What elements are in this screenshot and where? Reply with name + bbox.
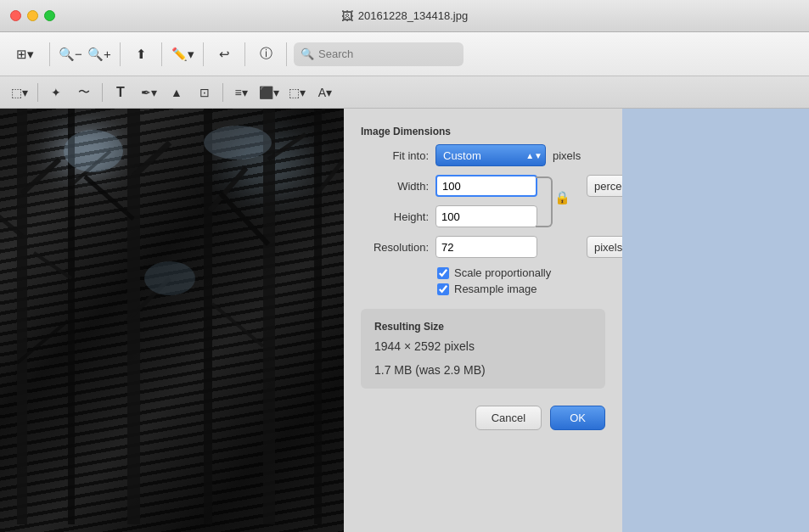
resample-image-label: Resample image xyxy=(454,283,537,295)
svg-line-12 xyxy=(221,193,268,244)
settings-panel: Image Dimensions Fit into: Custom Actual… xyxy=(344,109,622,532)
search-bar[interactable]: 🔍 xyxy=(294,42,463,66)
svg-point-21 xyxy=(144,261,195,295)
svg-point-20 xyxy=(204,126,272,160)
sign-tool-button[interactable]: ✒▾ xyxy=(136,81,161,104)
svg-rect-5 xyxy=(314,109,322,524)
filename-label: 20161228_134418.jpg xyxy=(358,9,468,22)
adjust-tool-button[interactable]: ✦ xyxy=(43,81,69,104)
toolbar-group-view: ⊞▾ xyxy=(7,41,42,68)
svg-rect-1 xyxy=(68,109,75,524)
toolbar-separator-2 xyxy=(120,42,121,66)
fit-into-row: Fit into: Custom Actual Size 640×480 800… xyxy=(361,144,605,166)
width-label: Width: xyxy=(361,180,429,193)
lock-icon: 🔒 xyxy=(554,190,570,205)
height-row: Height: xyxy=(361,205,605,227)
ok-button[interactable]: OK xyxy=(550,406,605,430)
width-input[interactable] xyxy=(435,175,537,197)
annotation-toolbar: ⬚▾ ✦ 〜 T ✒▾ ▲ ⊡ ≡▾ ⬛▾ ⬚▾ A▾ xyxy=(0,76,809,109)
right-background xyxy=(622,109,809,532)
resample-image-row: Resample image xyxy=(437,283,605,295)
height-input[interactable] xyxy=(435,205,537,227)
res-unit-select[interactable]: pixels/inch pixels/cm xyxy=(587,236,622,258)
pixels-label: pixels xyxy=(553,149,581,162)
search-icon: 🔍 xyxy=(301,48,314,60)
info-button[interactable]: ⓘ xyxy=(252,41,279,68)
res-unit-select-wrapper: pixels/inch pixels/cm ▲▼ xyxy=(587,236,622,258)
close-button[interactable] xyxy=(10,10,21,21)
fit-into-label: Fit into: xyxy=(361,149,429,162)
maximize-button[interactable] xyxy=(44,10,55,21)
width-row: Width: 🔒 percent pixels inches cm ▲▼ xyxy=(361,175,605,197)
svg-line-6 xyxy=(22,160,59,193)
fit-into-select[interactable]: Custom Actual Size 640×480 800×600 xyxy=(435,144,546,166)
ann-sep-1 xyxy=(37,83,38,102)
svg-line-18 xyxy=(212,304,263,346)
toolbar-separator-5 xyxy=(244,42,245,66)
line-style-button[interactable]: ≡▾ xyxy=(228,81,254,104)
resample-image-checkbox[interactable] xyxy=(437,283,449,295)
resolution-label: Resolution: xyxy=(361,241,429,254)
image-background xyxy=(0,109,344,532)
svg-point-19 xyxy=(64,130,123,172)
resulting-dimensions: 1944 × 2592 pixels xyxy=(374,339,592,353)
file-icon: 🖼 xyxy=(341,9,353,23)
font-button[interactable]: A▾ xyxy=(312,81,338,104)
unit-select[interactable]: percent pixels inches cm xyxy=(587,175,622,197)
tree-svg xyxy=(0,109,344,524)
image-dimensions-section: Image Dimensions Fit into: Custom Actual… xyxy=(361,126,605,295)
traffic-lights xyxy=(10,10,55,21)
svg-line-9 xyxy=(85,176,133,219)
resulting-filesize: 1.7 MB (was 2.9 MB) xyxy=(374,363,592,377)
window-title: 🖼 20161228_134418.jpg xyxy=(341,9,468,23)
draw-tool-button[interactable]: 〜 xyxy=(71,81,97,104)
rotate-button[interactable]: ↩ xyxy=(211,41,238,68)
unit-select-wrapper: percent pixels inches cm ▲▼ xyxy=(587,175,622,197)
resolution-input[interactable] xyxy=(435,236,537,258)
svg-rect-4 xyxy=(263,109,275,524)
resolution-row: Resolution: pixels/inch pixels/cm ▲▼ xyxy=(361,236,605,258)
cancel-button[interactable]: Cancel xyxy=(475,406,542,430)
shape-tool-button[interactable]: ▲ xyxy=(164,81,189,104)
crop-tool-button[interactable]: ⊡ xyxy=(192,81,217,104)
height-label: Height: xyxy=(361,210,429,223)
zoom-out-button[interactable]: 🔍− xyxy=(57,41,84,68)
ann-sep-2 xyxy=(102,83,103,102)
svg-rect-3 xyxy=(204,109,212,524)
toolbar-separator-4 xyxy=(203,42,204,66)
image-preview xyxy=(0,109,344,532)
text-tool-button[interactable]: T xyxy=(108,81,133,104)
minimize-button[interactable] xyxy=(27,10,38,21)
zoom-in-button[interactable]: 🔍+ xyxy=(86,41,113,68)
chain-bracket xyxy=(536,176,553,227)
toolbar-separator-6 xyxy=(286,42,287,66)
title-bar: 🖼 20161228_134418.jpg xyxy=(0,0,809,32)
scale-proportionally-label: Scale proportionally xyxy=(454,266,551,279)
toolbar-separator xyxy=(49,42,50,66)
scale-proportionally-row: Scale proportionally xyxy=(437,266,605,279)
toolbar: ⊞▾ 🔍− 🔍+ ⬆ ✏️▾ ↩ ⓘ 🔍 xyxy=(0,32,809,76)
search-input[interactable] xyxy=(318,48,457,60)
svg-rect-0 xyxy=(17,109,27,524)
toolbar-group-zoom: 🔍− 🔍+ xyxy=(57,41,113,68)
resulting-size-title: Resulting Size xyxy=(374,321,592,333)
share-button[interactable]: ⬆ xyxy=(127,41,154,68)
main-content: Image Dimensions Fit into: Custom Actual… xyxy=(0,109,809,532)
selection-tool-button[interactable]: ⬚▾ xyxy=(7,81,32,104)
fill-style-button[interactable]: ⬛▾ xyxy=(256,81,282,104)
markup-button[interactable]: ✏️▾ xyxy=(169,41,196,68)
ann-sep-3 xyxy=(222,83,223,102)
svg-line-14 xyxy=(34,253,71,278)
buttons-row: Cancel OK xyxy=(361,402,605,434)
fit-into-select-wrapper: Custom Actual Size 640×480 800×600 ▲▼ xyxy=(435,144,546,166)
scale-proportionally-checkbox[interactable] xyxy=(437,267,449,279)
resulting-size-section: Resulting Size 1944 × 2592 pixels 1.7 MB… xyxy=(361,309,605,389)
image-dimensions-title: Image Dimensions xyxy=(361,126,605,137)
view-button[interactable]: ⊞▾ xyxy=(7,41,42,68)
toolbar-separator-3 xyxy=(161,42,162,66)
stroke-style-button[interactable]: ⬚▾ xyxy=(284,81,310,104)
